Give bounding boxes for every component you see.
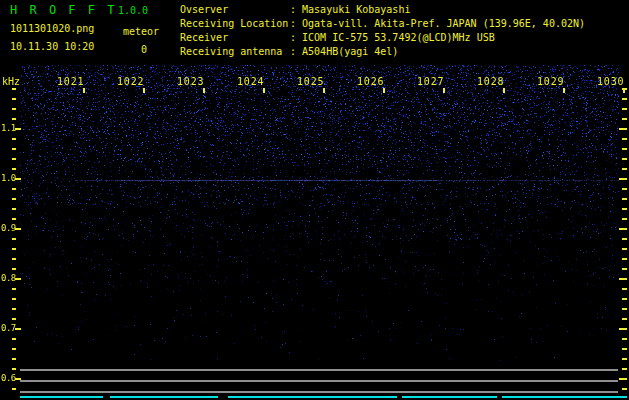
freq-tick-right [622,198,627,200]
signal-level-trace-gap [397,395,402,399]
freq-tick-right [622,158,627,160]
info-label: Receiver [180,32,290,43]
colon: : [290,18,302,29]
freq-tick-left [15,278,21,280]
colon: : [290,46,302,57]
freq-tick-right [622,318,627,320]
time-tick-label: 1022 [117,76,144,87]
freq-tick-left [12,238,16,240]
freq-tick-right [622,358,627,360]
freq-tick-right [622,238,627,240]
signal-level-trace-gap [103,395,110,399]
freq-tick-right [622,258,627,260]
signal-level-trace-gap [218,395,228,399]
freq-tick-right [619,178,627,180]
freq-tick-left [15,228,21,230]
freq-tick-right [619,278,627,280]
signal-level-trace-gap [497,395,502,399]
time-tick-label: 1023 [177,76,204,87]
time-tick-label: 1026 [357,76,384,87]
freq-tick-right [622,368,627,370]
freq-tick-right [622,248,627,250]
freq-tick-label: 0.7 [1,323,16,333]
freq-tick-right [622,148,627,150]
freq-tick-left [12,338,16,340]
freq-tick-right [622,338,627,340]
freq-tick-right [622,348,627,350]
freq-tick-left [12,138,16,140]
freq-tick-left [15,328,21,330]
level-gridline [20,369,618,371]
time-tick [383,88,385,93]
time-tick [323,88,325,93]
freq-tick-left [12,298,16,300]
freq-tick-left [12,268,16,270]
freq-tick-right [619,328,627,330]
time-tick [503,88,505,93]
freq-tick-left [12,348,16,350]
info-value: ICOM IC-575 53.7492(@LCD)MHz USB [302,32,495,43]
meteor-counter-label: meteor [123,26,159,37]
time-tick [443,88,445,93]
info-value: A504HB(yagi 4el) [302,46,398,57]
freq-tick-right [622,188,627,190]
colon: : [290,4,302,15]
freq-tick-right [622,208,627,210]
info-label: Receiving antenna [180,46,290,57]
freq-tick-left [12,258,16,260]
freq-tick-left [15,128,21,130]
freq-tick-left [12,368,16,370]
freq-tick-right [622,298,627,300]
time-tick-label: 1029 [537,76,564,87]
freq-tick-right [622,118,627,120]
time-tick [83,88,85,93]
time-tick-label: 1024 [237,76,264,87]
level-gridline [20,380,618,382]
freq-tick-left [15,178,21,180]
freq-tick-label: 0.6 [1,373,16,383]
time-tick [563,88,565,93]
time-tick [623,88,625,93]
freq-tick-left [12,188,16,190]
info-label: Ovserver [180,4,290,15]
freq-tick-label: 0.9 [1,223,16,233]
freq-tick-right [622,218,627,220]
freq-tick-left [12,358,16,360]
freq-tick-label: 1.0 [1,173,16,183]
freq-tick-right [622,308,627,310]
freq-tick-left [12,148,16,150]
colon: : [290,32,302,43]
freq-tick-left [12,158,16,160]
info-value: Masayuki Kobayashi [302,4,410,15]
freq-tick-right [622,288,627,290]
freq-tick-left [12,288,16,290]
time-tick [203,88,205,93]
spectrogram-plot [20,65,619,361]
hrofft-output-window: H R O F F T 1.0.0 1011301020.png meteor … [0,0,629,400]
meteor-count-value: 0 [141,44,147,55]
freq-tick-left [12,208,16,210]
freq-tick-right [622,388,627,390]
signal-level-trace [20,396,627,398]
time-tick [263,88,265,93]
freq-tick-left [12,198,16,200]
freq-tick-right [622,268,627,270]
freq-tick-label: 0.8 [1,273,16,283]
info-row-antenna: Receiving antenna: A504HB(yagi 4el) [180,46,398,57]
time-tick [143,88,145,93]
freq-tick-right [622,138,627,140]
freq-tick-right [622,98,627,100]
freq-tick-left [12,218,16,220]
freq-tick-right [622,168,627,170]
info-label: Receiving Location [180,18,290,29]
time-tick-label: 1025 [297,76,324,87]
freq-tick-label: 1.1 [1,123,16,133]
freq-tick-left [12,318,16,320]
freq-tick-left [12,168,16,170]
time-tick-label: 1030 [597,76,624,87]
info-row-receiver: Receiver: ICOM IC-575 53.7492(@LCD)MHz U… [180,32,495,43]
app-version: 1.0.0 [118,5,148,16]
freq-tick-right [622,108,627,110]
time-tick-label: 1028 [477,76,504,87]
freq-tick-right [619,378,627,380]
